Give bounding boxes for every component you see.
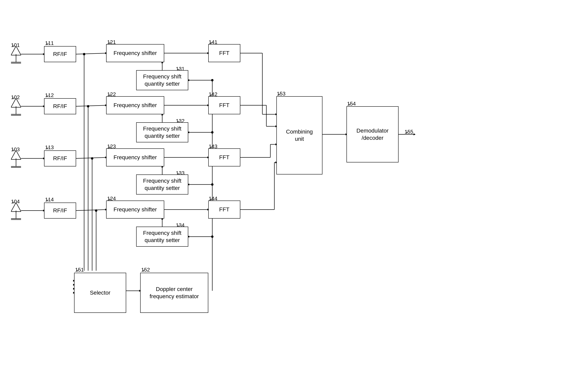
label-155: 155 xyxy=(405,129,413,135)
fft-block-4: FFT xyxy=(208,200,240,219)
diagram: RF/IF RF/IF RF/IF RF/IF Frequency shifte… xyxy=(0,0,588,375)
selector-block: Selector xyxy=(74,273,126,313)
rfif-block-3: RF/IF xyxy=(44,150,76,166)
fs-label-2: Frequency shifter xyxy=(114,102,157,109)
combining-label: Combiningunit xyxy=(286,128,313,143)
rfif-block-1: RF/IF xyxy=(44,46,76,62)
frequency-shifter-4: Frequency shifter xyxy=(106,200,164,219)
label-144: 144 xyxy=(209,196,217,202)
rfif-label-2: RF/IF xyxy=(53,103,67,110)
fs-label-3: Frequency shifter xyxy=(114,154,157,161)
fsqs-label-4: Frequency shiftquantity setter xyxy=(143,229,181,244)
label-151: 151 xyxy=(75,267,84,273)
label-143: 143 xyxy=(209,143,217,150)
label-123: 123 xyxy=(107,143,116,150)
fsqs-label-3: Frequency shiftquantity setter xyxy=(143,177,181,192)
svg-point-35 xyxy=(95,209,97,212)
doppler-block: Doppler centerfrequency estimator xyxy=(140,273,208,313)
demodulator-decoder: Demodulator/decoder xyxy=(346,106,399,162)
label-111: 111 xyxy=(45,40,54,46)
label-141: 141 xyxy=(209,39,217,45)
label-104: 104 xyxy=(11,199,20,205)
label-121: 121 xyxy=(107,39,116,45)
rfif-block-4: RF/IF xyxy=(44,203,76,219)
svg-point-74 xyxy=(211,235,213,238)
svg-line-26 xyxy=(76,210,106,210)
fsqs-block-1: Frequency shiftquantity setter xyxy=(136,70,188,90)
fsqs-block-2: Frequency shiftquantity setter xyxy=(136,122,188,142)
doppler-label: Doppler centerfrequency estimator xyxy=(150,286,199,300)
rfif-block-2: RF/IF xyxy=(44,98,76,114)
svg-point-33 xyxy=(87,105,89,108)
label-103: 103 xyxy=(11,146,20,153)
svg-line-22 xyxy=(76,105,106,106)
svg-point-34 xyxy=(91,157,93,160)
label-122: 122 xyxy=(107,91,116,98)
fft-block-1: FFT xyxy=(208,44,240,62)
connection-lines xyxy=(0,0,588,375)
svg-point-71 xyxy=(211,79,213,81)
fsqs-block-3: Frequency shiftquantity setter xyxy=(136,175,188,195)
fsqs-label-1: Frequency shiftquantity setter xyxy=(143,73,181,88)
label-154: 154 xyxy=(347,101,356,107)
demodulator-label: Demodulator/decoder xyxy=(357,127,388,142)
label-112: 112 xyxy=(45,92,54,99)
svg-point-32 xyxy=(83,53,85,55)
frequency-shifter-2: Frequency shifter xyxy=(106,96,164,114)
label-124: 124 xyxy=(107,196,116,202)
fft-block-2: FFT xyxy=(208,96,240,114)
label-152: 152 xyxy=(141,267,150,273)
fs-label-4: Frequency shifter xyxy=(114,206,157,213)
label-113: 113 xyxy=(45,144,54,151)
svg-point-72 xyxy=(211,131,213,133)
label-101: 101 xyxy=(11,42,20,48)
fft-label-4: FFT xyxy=(219,206,229,213)
label-132: 132 xyxy=(176,118,184,124)
svg-marker-94 xyxy=(414,133,416,135)
label-114: 114 xyxy=(45,197,54,203)
frequency-shifter-3: Frequency shifter xyxy=(106,148,164,166)
label-102: 102 xyxy=(11,94,20,100)
fft-block-3: FFT xyxy=(208,148,240,166)
svg-line-24 xyxy=(76,157,106,158)
label-134: 134 xyxy=(176,222,184,228)
fsqs-label-2: Frequency shiftquantity setter xyxy=(143,125,181,140)
svg-line-20 xyxy=(76,53,106,54)
label-131: 131 xyxy=(176,66,184,72)
tick-marks xyxy=(0,0,588,375)
label-142: 142 xyxy=(209,91,217,98)
fft-label-2: FFT xyxy=(219,102,229,109)
fs-label-1: Frequency shifter xyxy=(114,50,157,57)
rfif-label-1: RF/IF xyxy=(53,51,67,58)
label-133: 133 xyxy=(176,170,184,176)
selector-label: Selector xyxy=(90,289,111,296)
frequency-shifter-1: Frequency shifter xyxy=(106,44,164,62)
combining-unit: Combiningunit xyxy=(276,96,322,175)
svg-point-73 xyxy=(211,183,213,186)
fft-label-1: FFT xyxy=(219,50,229,57)
fft-label-3: FFT xyxy=(219,154,229,161)
fsqs-block-4: Frequency shiftquantity setter xyxy=(136,227,188,247)
rfif-label-4: RF/IF xyxy=(53,207,67,214)
label-153: 153 xyxy=(277,91,285,97)
rfif-label-3: RF/IF xyxy=(53,155,67,162)
